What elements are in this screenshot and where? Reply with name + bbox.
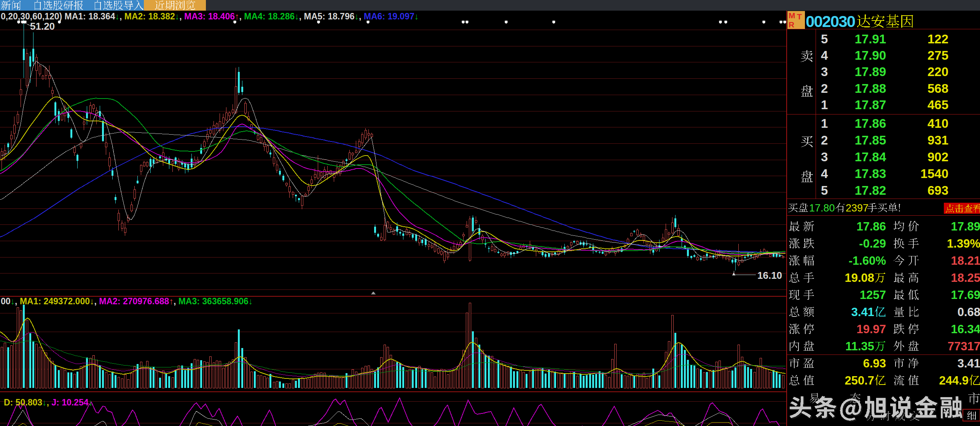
svg-text:250.7: 250.7: [845, 374, 874, 387]
svg-text:693: 693: [927, 183, 948, 197]
svg-text:0,20,30,60,120) MA1: 18.364↓,: 0,20,30,60,120) MA1: 18.364↓, MA2: 18.38…: [1, 11, 419, 21]
svg-text:17.90: 17.90: [855, 48, 886, 62]
svg-text:3.41: 3.41: [851, 305, 874, 319]
svg-text:17.84: 17.84: [855, 150, 886, 164]
svg-text:902: 902: [927, 150, 948, 164]
svg-text:R: R: [789, 20, 794, 29]
svg-text:1257: 1257: [860, 288, 886, 302]
svg-text:275: 275: [927, 48, 948, 62]
svg-text:18.21: 18.21: [951, 254, 980, 267]
svg-text:51.20: 51.20: [30, 21, 55, 32]
svg-text:D: 50.803↓, J: 10.254↓: D: 50.803↓, J: 10.254↓: [4, 397, 93, 407]
svg-text:002030: 002030: [806, 13, 855, 30]
svg-text:2: 2: [821, 81, 828, 95]
svg-text:4: 4: [821, 167, 828, 181]
svg-text:17.86: 17.86: [855, 116, 886, 130]
svg-text:6.93: 6.93: [863, 357, 886, 370]
svg-text:1: 1: [821, 98, 828, 112]
svg-text:244.9: 244.9: [939, 374, 969, 387]
svg-text:17.89: 17.89: [951, 220, 980, 233]
svg-text:122: 122: [927, 32, 948, 46]
svg-text:17.80: 17.80: [809, 202, 835, 214]
svg-text:1.39%: 1.39%: [947, 237, 980, 250]
svg-text:1540: 1540: [921, 167, 948, 181]
svg-text:17.83: 17.83: [855, 167, 886, 181]
svg-text:17.88: 17.88: [855, 81, 886, 95]
svg-text:3.41: 3.41: [958, 357, 980, 370]
svg-text:0.68: 0.68: [958, 305, 980, 319]
svg-text:1: 1: [821, 116, 828, 130]
svg-text:2397: 2397: [846, 202, 868, 214]
svg-text:11.35: 11.35: [845, 340, 874, 353]
svg-text:931: 931: [927, 133, 948, 147]
svg-text:-1.60%: -1.60%: [849, 254, 886, 267]
svg-text:17.91: 17.91: [855, 32, 886, 46]
svg-text:410: 410: [927, 116, 948, 130]
svg-text:77317: 77317: [948, 340, 980, 353]
svg-text:17.85: 17.85: [855, 133, 886, 147]
svg-text:2: 2: [821, 133, 828, 147]
svg-text:18.25: 18.25: [951, 271, 980, 285]
svg-text:465: 465: [927, 98, 948, 112]
svg-text:5: 5: [821, 32, 828, 46]
svg-text:00↓, MA1: 249372.000↓, MA2: 27: 00↓, MA1: 249372.000↓, MA2: 270976.688↑,…: [1, 296, 253, 306]
svg-text:19.97: 19.97: [856, 323, 886, 336]
svg-text:17.89: 17.89: [855, 65, 886, 79]
svg-text:T: T: [797, 12, 802, 21]
svg-text:5: 5: [821, 183, 828, 197]
svg-text:19.08: 19.08: [845, 271, 874, 285]
svg-text:17.69: 17.69: [951, 288, 980, 302]
svg-text:-0.29: -0.29: [859, 237, 886, 250]
svg-text:3: 3: [821, 150, 828, 164]
svg-text:4: 4: [821, 48, 828, 62]
svg-text:17.82: 17.82: [855, 183, 886, 197]
svg-text:568: 568: [927, 81, 948, 95]
svg-text:17.87: 17.87: [855, 98, 886, 112]
svg-text:16.34: 16.34: [951, 323, 980, 336]
svg-text:3: 3: [821, 65, 828, 79]
svg-text:M: M: [789, 11, 795, 20]
svg-text:17.86: 17.86: [856, 220, 886, 233]
svg-text:16.10: 16.10: [757, 270, 782, 281]
svg-text:220: 220: [927, 65, 948, 79]
